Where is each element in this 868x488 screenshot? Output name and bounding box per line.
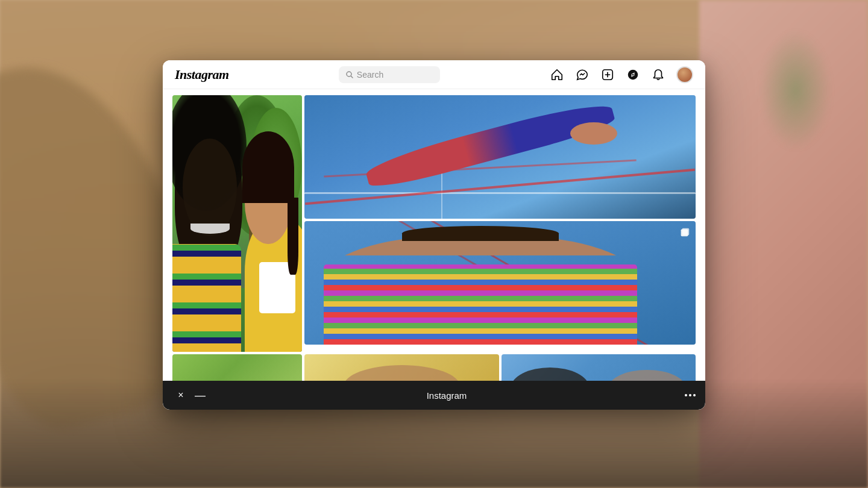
messenger-button[interactable] [575,67,590,82]
svg-point-7 [632,74,634,75]
dot-3 [693,394,696,396]
explore-button[interactable] [626,67,640,82]
app-window: Instagram Search [163,60,705,410]
svg-point-0 [347,72,351,77]
dot-1 [685,394,687,396]
instagram-logo: Instagram [175,67,229,83]
taskbar-title: Instagram [209,390,685,401]
search-placeholder: Search [357,70,383,80]
nav-icons [550,66,693,83]
grid-image-1[interactable] [304,95,696,219]
grid-image-3[interactable] [172,95,302,352]
home-button[interactable] [550,67,564,82]
new-post-button[interactable] [600,67,615,82]
profile-avatar[interactable] [676,66,693,83]
dot-2 [689,394,691,396]
image-grid [172,95,696,410]
titlebar: Instagram Search [163,60,705,89]
close-button[interactable]: × [172,387,189,404]
svg-rect-9 [682,228,689,236]
more-button[interactable] [685,394,696,396]
left-column [304,95,696,347]
svg-line-1 [351,76,353,78]
search-bar[interactable]: Search [339,66,440,83]
content-area [163,89,705,410]
search-icon [346,71,353,78]
multi-image-badge [679,226,691,238]
bg-plant [760,30,832,151]
window-taskbar: × — Instagram [163,381,705,410]
grid-image-2[interactable] [304,221,696,345]
notifications-button[interactable] [651,67,665,82]
minimize-button[interactable]: — [192,387,209,404]
